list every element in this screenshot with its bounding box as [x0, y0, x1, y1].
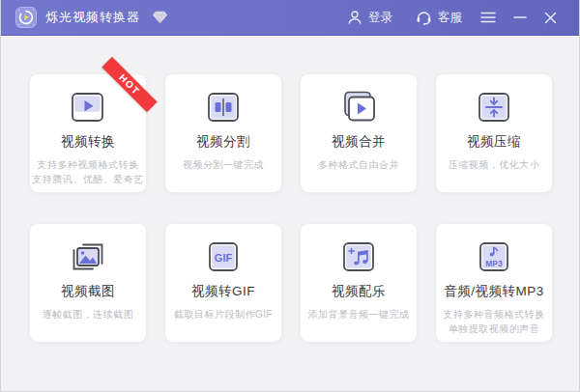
card-title: 视频压缩 — [436, 133, 552, 151]
video-screenshot-icon — [30, 238, 146, 275]
window-controls — [472, 6, 566, 30]
headset-icon — [416, 10, 432, 25]
customer-service-button[interactable]: 客服 — [416, 10, 462, 26]
gem-icon[interactable] — [152, 11, 168, 24]
card-audio-to-mp3[interactable]: MP3 音频/视频转MP3 支持多种音频格式转换 单独提取视频的声音 — [436, 224, 552, 342]
video-split-icon — [165, 89, 281, 126]
app-title: 烁光视频转换器 — [45, 9, 140, 26]
video-compress-icon — [436, 89, 552, 126]
minimize-icon[interactable] — [505, 6, 536, 29]
card-title: 视频分割 — [165, 133, 281, 151]
card-title: 音频/视频转MP3 — [436, 283, 552, 300]
card-video-split[interactable]: 视频分割 视频分割一键完成 — [165, 74, 281, 192]
card-title: 视频配乐 — [301, 283, 417, 300]
card-video-screenshot[interactable]: 视频截图 逐帧截图，连续截图 — [30, 224, 146, 342]
card-desc: 多种格式自由合并 — [301, 157, 417, 172]
audio-to-mp3-icon: MP3 — [436, 238, 552, 275]
app-logo-icon — [15, 7, 37, 28]
titlebar-actions: 登录 客服 — [324, 6, 566, 30]
close-icon[interactable] — [536, 6, 566, 30]
card-title: 视频转GIF — [165, 283, 281, 300]
user-icon — [347, 10, 362, 25]
titlebar: 烁光视频转换器 登录 — [1, 0, 579, 36]
video-to-gif-icon: GIF — [165, 238, 281, 275]
service-label: 客服 — [438, 10, 462, 26]
card-title: 视频截图 — [30, 283, 146, 300]
card-video-merge[interactable]: 视频合并 多种格式自由合并 — [301, 74, 417, 192]
card-video-music[interactable]: 视频配乐 添加背景音频一键完成 — [301, 224, 417, 342]
card-desc: 支持多种音频格式转换 单独提取视频的声音 — [436, 307, 552, 336]
card-desc: 添加背景音频一键完成 — [301, 307, 417, 322]
card-desc: 截取目标片段制作GIF — [165, 307, 281, 322]
card-video-to-gif[interactable]: GIF 视频转GIF 截取目标片段制作GIF — [165, 224, 281, 342]
svg-text:GIF: GIF — [215, 252, 233, 264]
card-title: 视频合并 — [301, 133, 417, 151]
card-desc: 支持多种视频格式转换 支持腾讯、优酷、爱奇艺 — [30, 157, 146, 186]
svg-text:MP3: MP3 — [485, 259, 503, 268]
feature-grid: HOT 视频转换 支持多种视频格式转换 支持腾讯、优酷、爱奇艺 — [30, 74, 552, 342]
card-video-compress[interactable]: 视频压缩 压缩视频，优化大小 — [436, 74, 552, 192]
video-merge-icon — [301, 89, 417, 126]
hamburger-menu-icon[interactable] — [472, 6, 505, 29]
video-music-icon — [301, 238, 417, 275]
card-video-convert[interactable]: HOT 视频转换 支持多种视频格式转换 支持腾讯、优酷、爱奇艺 — [30, 74, 146, 192]
card-title: 视频转换 — [30, 133, 146, 151]
login-button[interactable]: 登录 — [347, 10, 392, 26]
login-label: 登录 — [368, 10, 392, 26]
card-desc: 逐帧截图，连续截图 — [30, 307, 146, 322]
app-window: 烁光视频转换器 登录 — [0, 0, 580, 392]
card-desc: 压缩视频，优化大小 — [436, 157, 552, 172]
card-desc: 视频分割一键完成 — [165, 157, 281, 172]
